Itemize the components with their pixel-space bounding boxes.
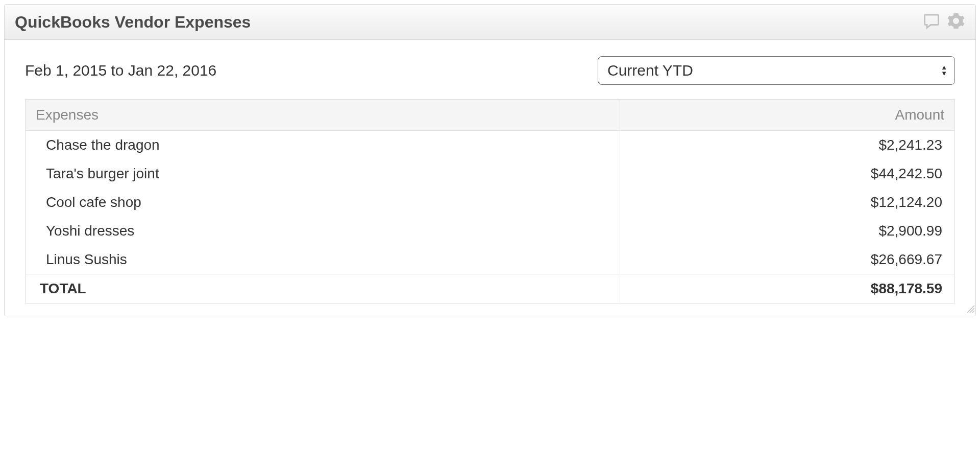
table-row: Cool cafe shop $12,124.20: [26, 188, 955, 217]
date-range-text: Feb 1, 2015 to Jan 22, 2016: [25, 62, 216, 79]
dropdown-value: Current YTD: [607, 62, 693, 79]
vendor-expenses-widget: QuickBooks Vendor Expenses Feb 1, 2015 t…: [4, 4, 976, 316]
table-row: Linus Sushis $26,669.67: [26, 245, 955, 274]
svg-line-1: [970, 308, 974, 313]
header-icons: [922, 12, 965, 32]
expense-amount: $44,242.50: [620, 159, 955, 188]
expense-name: Yoshi dresses: [26, 217, 620, 245]
expense-amount: $2,241.23: [620, 131, 955, 160]
expenses-table: Expenses Amount Chase the dragon $2,241.…: [25, 99, 955, 303]
total-label: TOTAL: [26, 274, 620, 303]
filter-row: Feb 1, 2015 to Jan 22, 2016 Current YTD …: [25, 56, 955, 85]
table-row: Yoshi dresses $2,900.99: [26, 217, 955, 245]
expense-name: Cool cafe shop: [26, 188, 620, 217]
expense-name: Chase the dragon: [26, 131, 620, 160]
expense-amount: $2,900.99: [620, 217, 955, 245]
widget-title: QuickBooks Vendor Expenses: [15, 13, 251, 32]
chevron-sort-icon: ▲▼: [941, 65, 947, 77]
period-dropdown[interactable]: Current YTD ▲▼: [598, 56, 955, 85]
table-total-row: TOTAL $88,178.59: [26, 274, 955, 303]
expense-amount: $26,669.67: [620, 245, 955, 274]
col-header-amount[interactable]: Amount: [620, 100, 955, 131]
gear-icon[interactable]: [947, 12, 965, 32]
widget-header: QuickBooks Vendor Expenses: [5, 5, 975, 40]
table-row: Chase the dragon $2,241.23: [26, 131, 955, 160]
expense-name: Linus Sushis: [26, 245, 620, 274]
resize-handle-icon[interactable]: [965, 303, 974, 315]
col-header-expenses[interactable]: Expenses: [26, 100, 620, 131]
svg-line-2: [972, 311, 974, 313]
total-amount: $88,178.59: [620, 274, 955, 303]
expense-name: Tara's burger joint: [26, 159, 620, 188]
expense-amount: $12,124.20: [620, 188, 955, 217]
table-row: Tara's burger joint $44,242.50: [26, 159, 955, 188]
widget-body: Feb 1, 2015 to Jan 22, 2016 Current YTD …: [5, 40, 975, 316]
comment-icon[interactable]: [922, 12, 941, 32]
table-header-row: Expenses Amount: [26, 100, 955, 131]
